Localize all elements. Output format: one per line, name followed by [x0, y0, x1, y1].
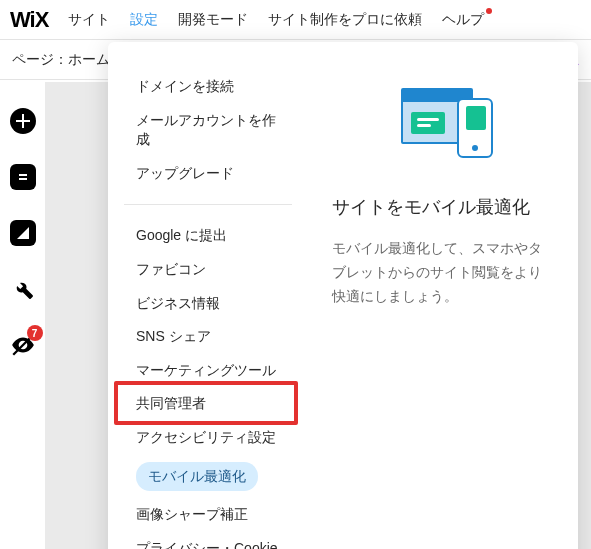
rail-badge: 7 — [27, 325, 43, 341]
mobile-optimize-illustration — [393, 86, 493, 166]
menu-sns-share[interactable]: SNS シェア — [108, 320, 308, 354]
menu-privacy-cookie[interactable]: プライバシー・Cookie — [108, 532, 308, 549]
plus-icon — [10, 108, 36, 134]
left-tool-rail: 7 — [0, 82, 45, 549]
menu-connect-domain[interactable]: ドメインを接続 — [108, 70, 308, 104]
menu-mobile-optimize[interactable]: モバイル最適化 — [108, 455, 308, 499]
rail-pages-button[interactable] — [9, 163, 37, 191]
topnav-devmode[interactable]: 開発モード — [178, 11, 248, 29]
menu-create-mail[interactable]: メールアカウントを作成 — [108, 104, 308, 157]
menu-favicon[interactable]: ファビコン — [108, 253, 308, 287]
top-menu-bar: WiX サイト 設定 開発モード サイト制作をプロに依頼 ヘルプ — [0, 0, 591, 40]
rail-apps-button[interactable]: 7 — [9, 331, 37, 359]
menu-separator — [124, 204, 292, 205]
wrench-icon — [11, 277, 35, 301]
wix-logo: WiX — [10, 7, 48, 33]
menu-co-admin[interactable]: 共同管理者 — [108, 387, 308, 421]
menu-marketing-tools[interactable]: マーケティングツール — [108, 354, 308, 388]
menu-image-sharpen[interactable]: 画像シャープ補正 — [108, 498, 308, 532]
topnav-help[interactable]: ヘルプ — [442, 11, 484, 29]
topnav-settings[interactable]: 設定 — [130, 11, 158, 29]
page-selector[interactable]: ページ：ホーム — [12, 51, 110, 69]
topnav-site[interactable]: サイト — [68, 11, 110, 29]
dropdown-menu-list: ドメインを接続 メールアカウントを作成 アップグレード Google に提出 フ… — [108, 42, 308, 549]
detail-body: モバイル最適化して、スマホやタブレットからのサイト閲覧をより快適にしましょう。 — [332, 237, 554, 308]
svg-rect-0 — [19, 174, 27, 176]
topnav-help-label: ヘルプ — [442, 11, 484, 27]
notification-dot-icon — [486, 8, 492, 14]
rail-theme-button[interactable] — [9, 219, 37, 247]
settings-dropdown: ドメインを接続 メールアカウントを作成 アップグレード Google に提出 フ… — [108, 42, 578, 549]
rail-add-button[interactable] — [9, 107, 37, 135]
page-icon — [10, 164, 36, 190]
menu-accessibility[interactable]: アクセシビリティ設定 — [108, 421, 308, 455]
detail-title: サイトをモバイル最適化 — [332, 194, 554, 221]
menu-business-info[interactable]: ビジネス情報 — [108, 287, 308, 321]
rail-tools-button[interactable] — [9, 275, 37, 303]
dropdown-detail-panel: サイトをモバイル最適化 モバイル最適化して、スマホやタブレットからのサイト閲覧を… — [308, 42, 578, 549]
contrast-icon — [10, 220, 36, 246]
menu-mobile-optimize-label: モバイル最適化 — [136, 462, 258, 492]
svg-rect-1 — [19, 178, 27, 180]
menu-submit-google[interactable]: Google に提出 — [108, 219, 308, 253]
topnav-hire-pro[interactable]: サイト制作をプロに依頼 — [268, 11, 422, 29]
menu-upgrade[interactable]: アップグレード — [108, 157, 308, 191]
